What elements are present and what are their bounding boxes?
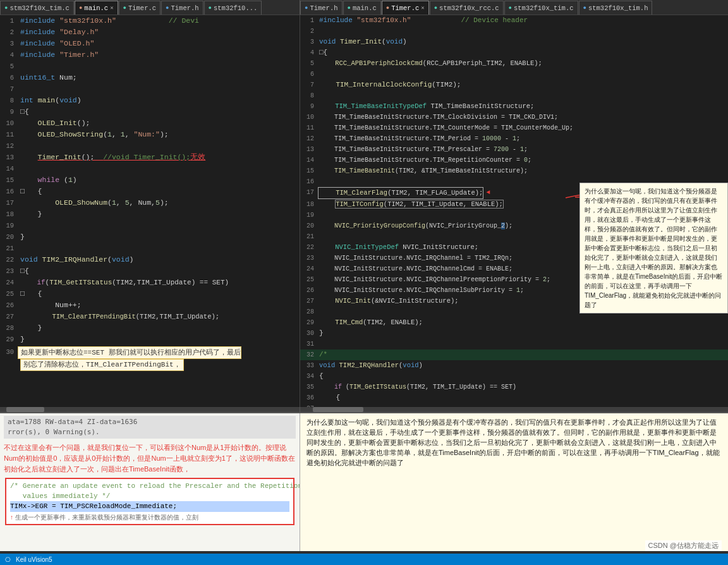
bottom-code-block: /* Generate an update event to reload th…	[5, 478, 294, 525]
code-line: 29 }	[0, 334, 300, 345]
right-annotation-panel: 为什么要加这一句呢，我们知道这个预分频器是有个缓冲寄存器的，我们写的值只有在更新…	[579, 183, 728, 313]
code-line: 8	[300, 90, 728, 101]
bottom-left-panel: ata=1788 RW-data=4 ZI-data=1636 rror(s),…	[0, 413, 300, 551]
code-line: 6 uint16_t Num;	[0, 72, 300, 83]
code-line: 8 int main(void)	[0, 95, 300, 106]
bottom-annotation-text: 不过在这里会有一个问题，就是我们复位一下，可以看到这个Num是从1开始计数的。按…	[4, 441, 296, 476]
code-line: 1 #include "stm32f10x.h" // Devi	[0, 15, 300, 27]
code-line: 10 TIM_TimeBaseInitStructure.TIM_ClockDi…	[300, 112, 728, 123]
code-line: 18 }	[0, 209, 300, 220]
code-line: 12 TIM_TimeBaseInitStructure.TIM_Period …	[300, 133, 728, 144]
code-line: 11 TIM_TimeBaseInitStructure.TIM_Counter…	[300, 123, 728, 133]
code-line: 11 OLED_ShowString(1, 1, "Num:");	[0, 129, 300, 140]
code-line: 28 }	[0, 322, 300, 334]
code-line: 10 OLED_Init();	[0, 118, 300, 129]
code-line: 30 如果更新中断标志位==SET 那我们就可以执行相应的用户代码了，最后	[0, 346, 300, 359]
tab-left-timer-c[interactable]: ● Timer.c	[119, 1, 161, 15]
tab-right-timer-c[interactable]: ● Timer.c ✕	[382, 1, 429, 15]
tab-icon-c: ●	[434, 5, 437, 11]
code-line: 23 □{	[0, 265, 300, 277]
code-highlighted-line: TIMx->EGR = TIM_PSCReloadMode_Immediate;	[10, 501, 289, 512]
code-line: 3 #include "OLED.h"	[0, 38, 300, 49]
status-bar: ⎔ Keil uVision5	[0, 554, 728, 565]
code-line: 1 #include "stm32f10x.h" // Device heade…	[300, 15, 728, 26]
tab-right-main[interactable]: ● main.c	[343, 1, 381, 15]
code-line: 15 while (1)	[0, 174, 300, 186]
code-line: 34 {	[300, 371, 728, 382]
code-line: 6	[300, 69, 728, 80]
tab-icon-c: ●	[348, 5, 351, 11]
code-line: 7 TIM_InternalClockConfig(TIM2);	[300, 80, 728, 90]
code-line: 19	[0, 220, 300, 231]
code-line-green: 32 /*	[300, 349, 728, 360]
code-line: 9 TIM_TimeBaseInitTypeDef TIM_TimeBaseIn…	[300, 101, 728, 112]
tab-icon-c: ●	[79, 5, 82, 11]
code-line: 15 TIM_TimeBaseInit(TIM2, &TIM_TimeBaseI…	[300, 166, 728, 176]
code-line: 25 □ {	[0, 288, 300, 300]
tab-left-stm32tim[interactable]: ● stm32f10x_tim.c	[0, 1, 74, 15]
tab-icon-c: ●	[509, 5, 512, 11]
code-line: 36 {	[300, 392, 728, 403]
code-line: 16 □ {	[0, 186, 300, 197]
code-line: 27 TIM_ClearITPendingBit(TIM2,TIM_IT_Upd…	[0, 311, 300, 322]
code-line: 2 #include "Delay.h"	[0, 27, 300, 38]
code-line: 12	[0, 140, 300, 152]
horizontal-scrollbar[interactable]	[0, 407, 728, 412]
tab-left-timer-h[interactable]: ● Timer.h	[161, 1, 203, 15]
tab-icon-c: ●	[4, 5, 8, 11]
code-line: 3 void Timer_Init(void)	[300, 37, 728, 47]
tab-icon-h: ●	[305, 5, 308, 11]
code-line: 13 Timer_Init(); //void Timer_Init();无效	[0, 152, 300, 163]
tab-icon-c: ●	[123, 5, 126, 11]
code-line: 9 □{	[0, 106, 300, 118]
code-line: 13 TIM_TimeBaseInitStructure.TIM_Prescal…	[300, 144, 728, 155]
annotation-line: 别忘了清除标志位，TIM_ClearITPendingBit，	[0, 359, 300, 371]
code-line: 2	[300, 26, 728, 37]
tab-icon-c: ●	[209, 5, 212, 11]
tab-left-stm32[interactable]: ● stm32f10...	[204, 1, 262, 15]
code-line: 14 TIM_TimeBaseInitStructure.TIM_Repetit…	[300, 155, 728, 166]
status-text: ata=1788 RW-data=4 ZI-data=1636 rror(s),…	[4, 416, 296, 439]
code-line: 17 OLED_ShowNum(1, 5, Num,5);	[0, 197, 300, 209]
code-line: 22 void TIM2_IRQHandler(void)	[0, 254, 300, 265]
code-line: 4 □{	[300, 47, 728, 58]
code-line: 5	[0, 61, 300, 72]
code-line: 30 }	[300, 328, 728, 339]
code-line: 29 TIM_Cmd(TIM2, ENABLE);	[300, 317, 728, 328]
tab-left-main[interactable]: ● main.c ✕	[75, 1, 118, 15]
code-line: 35 if (TIM_GetITStatus(TIM2, TIM_IT_Upda…	[300, 382, 728, 392]
tab-right-rcc[interactable]: ● stm32f10x_rcc.c	[430, 1, 504, 15]
code-line: 4 #include "Timer.h"	[0, 49, 300, 61]
tab-right-tim-c[interactable]: ● stm32f10x_tim.c	[504, 1, 578, 15]
code-line: 26 Num++;	[0, 300, 300, 311]
right-editor-pane: 1 #include "stm32f10x.h" // Device heade…	[300, 15, 728, 407]
tab-icon-c: ●	[386, 5, 389, 11]
code-line: 7	[0, 83, 300, 95]
code-line: 24 if(TIM_GetITStatus(TIM2,TIM_IT_Update…	[0, 277, 300, 288]
tab-icon-h: ●	[583, 5, 586, 11]
code-line: 20 }	[0, 231, 300, 243]
code-line: 31	[300, 339, 728, 349]
code-line: 5 RCC_APB1PeriphClockCmd(RCC_APB1Periph_…	[300, 58, 728, 69]
code-line: 33 void TIM2_IRQHandler(void)	[300, 360, 728, 371]
code-line: 14	[0, 163, 300, 174]
tab-right-tim-h[interactable]: ● stm32f10x_tim.h	[579, 1, 653, 15]
tab-icon-h: ●	[166, 5, 169, 11]
code-line: 21	[0, 243, 300, 254]
left-editor-pane: 1 #include "stm32f10x.h" // Devi 2 #incl…	[0, 15, 300, 407]
tab-right-timer-h[interactable]: ● Timer.h	[300, 1, 343, 15]
csdn-watermark: CSDN @估稳方能走远	[645, 540, 722, 551]
bottom-right-panel: 为什么要加这一句呢，我们知道这个预分频器是有个缓冲寄存器的，我们写的值只有在更新…	[300, 413, 728, 551]
